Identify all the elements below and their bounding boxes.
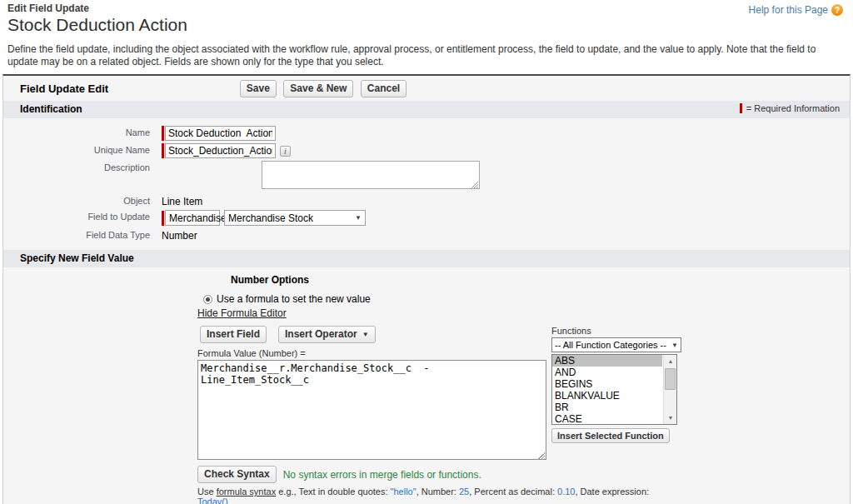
formula-editor: Insert Field Insert Operator ▼ Formula V… [197,326,850,504]
specify-new-value-section-header: Specify New Field Value [3,250,850,267]
description-textarea[interactable] [262,161,480,189]
field-to-update-required-marker [162,211,164,226]
formula-syntax-link[interactable]: formula syntax [217,487,277,497]
function-option-blankvalue[interactable]: BLANKVALUE [552,390,662,402]
description-label: Description [3,160,162,192]
name-row: Name [3,125,850,141]
specify-new-value-section-title: Specify New Field Value [20,252,134,264]
insert-operator-button[interactable]: Insert Operator ▼ [278,326,376,343]
field-to-update-label: Field to Update [3,209,162,226]
syntax-status-message: No syntax errors in merge fields or func… [283,469,481,481]
today-function-link[interactable]: Today() [197,497,228,504]
insert-selected-function-button[interactable]: Insert Selected Function [551,428,670,443]
number-options-title: Number Options [231,274,850,286]
chevron-down-icon: ▼ [671,342,678,349]
identification-section-header: Identification = Required Information [3,101,850,118]
page-header: Edit Field Update Help for this Page ? S… [0,0,853,68]
function-option-case[interactable]: CASE [552,413,662,425]
name-label: Name [3,125,162,141]
object-label: Object [3,193,162,207]
info-icon[interactable]: i [280,146,291,157]
listbox-scrollbar[interactable]: ▲ ▼ [663,355,676,424]
object-row: Object Line Item [3,193,850,207]
object-value: Line Item [162,193,202,207]
scroll-down-icon[interactable]: ▼ [664,412,677,424]
field-data-type-label: Field Data Type [3,227,162,242]
tip-quote-example: "hello" [391,487,417,497]
use-formula-radio[interactable] [203,295,212,304]
formula-value-label: Formula Value (Number) = [197,348,546,358]
field-to-update-object-select[interactable]: Merchandise▼ [165,210,220,226]
radio-selected-dot [206,297,210,302]
insert-operator-label: Insert Operator [285,328,357,340]
tip-number-example: 25 [459,487,469,497]
help-link-label: Help for this Page [749,4,828,16]
function-option-br[interactable]: BR [552,402,662,413]
name-input[interactable] [165,126,276,141]
use-formula-radio-label: Use a formula to set the new value [217,293,371,305]
chevron-down-icon: ▼ [355,214,362,222]
chevron-down-icon: ▼ [362,331,369,338]
functions-listbox[interactable]: ABS AND BEGINS BLANKVALUE BR CASE ▲ ▼ [551,354,677,425]
panel-title: Field Update Edit [20,82,108,95]
insert-field-button[interactable]: Insert Field [200,326,267,343]
field-update-edit-panel: Field Update Edit Save Save & New Cancel… [2,74,851,504]
unique-name-label: Unique Name [3,142,162,158]
save-and-new-button-top[interactable]: Save & New [283,80,353,97]
unique-name-required-marker [162,143,164,158]
cancel-button-top[interactable]: Cancel [361,80,407,97]
field-to-update-field-select[interactable]: Merchandise Stock▼ [224,210,366,226]
hide-formula-editor-link[interactable]: Hide Formula Editor [197,307,287,319]
page-description: Define the field update, including the o… [7,43,844,68]
specify-new-value-content: Number Options Use a formula to set the … [3,267,850,504]
scroll-up-icon[interactable]: ▲ [664,355,677,367]
required-information-legend: = Required Information [740,103,840,113]
unique-name-input[interactable] [165,143,276,158]
tip-text: , Percent as decimal: [469,487,557,497]
functions-panel: Functions -- All Function Categories -- … [551,326,681,504]
help-for-this-page-link[interactable]: Help for this Page ? [749,4,843,16]
field-to-update-object-value: Merchandise [169,212,227,224]
functions-label: Functions [551,326,681,336]
check-syntax-button[interactable]: Check Syntax [197,466,277,483]
scrollbar-thumb[interactable] [665,368,676,390]
unique-name-row: Unique Name i [3,142,850,158]
name-required-marker [162,126,164,141]
save-button-top[interactable]: Save [240,80,277,97]
page-title: Stock Deduction Action [7,15,845,35]
field-to-update-row: Field to Update Merchandise▼Merchandise … [3,209,850,226]
tip-text: , Number: [417,487,459,497]
required-information-text: = Required Information [746,103,840,113]
function-category-select[interactable]: -- All Function Categories -- ▼ [551,337,681,352]
description-row: Description [3,160,850,192]
field-data-type-row: Field Data Type Number [3,227,850,242]
help-question-icon[interactable]: ? [831,4,843,16]
page-type: Edit Field Update [7,2,845,14]
function-category-value: -- All Function Categories -- [555,340,666,350]
identification-section-title: Identification [20,103,82,115]
identification-form: Name Unique Name i Description Object Li… [3,118,850,250]
panel-header: Field Update Edit Save Save & New Cancel [3,76,850,101]
check-syntax-row: Check Syntax No syntax errors in merge f… [197,466,546,483]
field-data-type-value: Number [162,227,197,242]
use-formula-radio-row: Use a formula to set the new value [203,293,850,305]
function-option-begins[interactable]: BEGINS [552,378,662,390]
tip-text: e.g., Text in double quotes: [276,487,390,497]
formula-textarea[interactable]: Merchandise__r.Merchandise_Stock__c - Li… [197,360,546,460]
function-option-and[interactable]: AND [552,367,662,378]
function-option-abs[interactable]: ABS [552,355,662,367]
field-to-update-field-value: Merchandise Stock [228,212,313,224]
required-marker-icon [740,103,742,113]
tip-text: Use [197,487,217,497]
